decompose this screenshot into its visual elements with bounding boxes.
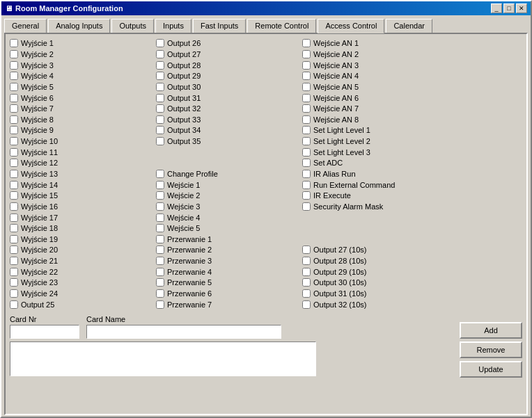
checkbox-wyjscie6[interactable] xyxy=(10,94,18,102)
checkbox-output30-10s[interactable] xyxy=(302,278,311,287)
checkbox-output32[interactable] xyxy=(156,104,164,113)
checkbox-wyjscie23[interactable] xyxy=(10,278,18,287)
checkbox-wejscie-an6[interactable] xyxy=(302,94,311,102)
checkbox-przerwanie2[interactable] xyxy=(156,246,164,254)
checkbox-przerwanie3[interactable] xyxy=(156,257,164,265)
checkbox-wyjscie21[interactable] xyxy=(10,257,18,265)
update-button[interactable]: Update xyxy=(460,361,522,378)
list-item: Set Light Level 2 xyxy=(302,136,462,147)
checkbox-run-external-command[interactable] xyxy=(302,181,311,189)
checkbox-wyjscie19[interactable] xyxy=(10,235,18,243)
checkbox-wejscie-an4[interactable] xyxy=(302,72,311,80)
checkbox-wejscie4[interactable] xyxy=(156,214,164,222)
checkbox-set-light-level3[interactable] xyxy=(302,148,311,156)
checkbox-wyjscie5[interactable] xyxy=(10,83,18,91)
tab-remote-control[interactable]: Remote Control xyxy=(247,19,316,33)
checkbox-wyjscie18[interactable] xyxy=(10,224,18,232)
checkbox-przerwanie1[interactable] xyxy=(156,235,164,243)
remove-button[interactable]: Remove xyxy=(460,341,522,358)
list-item: Set Light Level 3 xyxy=(302,147,462,157)
checkbox-wyjscie2[interactable] xyxy=(10,50,18,58)
checkbox-ir-execute[interactable] xyxy=(302,191,311,200)
checkbox-change-profile[interactable] xyxy=(156,170,164,178)
bottom-area: Card Nr Card Name Add Remove Update xyxy=(10,315,522,378)
checkbox-output33[interactable] xyxy=(156,115,164,124)
add-button[interactable]: Add xyxy=(460,322,522,339)
tab-general[interactable]: General xyxy=(4,19,47,33)
list-item: Output 35 xyxy=(156,136,302,147)
card-name-input[interactable] xyxy=(86,325,281,339)
checkbox-wejscie-an7[interactable] xyxy=(302,104,311,113)
list-item: Output 31 xyxy=(156,93,302,103)
checkbox-output27-10s[interactable] xyxy=(302,246,311,254)
card-nr-input[interactable] xyxy=(10,325,79,339)
list-item: Output 28 xyxy=(156,60,302,70)
checkbox-przerwanie4[interactable] xyxy=(156,268,164,276)
list-item: Wyjście 7 xyxy=(10,104,156,114)
checkbox-przerwanie6[interactable] xyxy=(156,289,164,298)
tab-inputs[interactable]: Inputs xyxy=(155,19,191,33)
checkbox-wejscie-an5[interactable] xyxy=(302,83,311,91)
checkbox-wyjscie12[interactable] xyxy=(10,159,18,167)
checkbox-wyjscie17[interactable] xyxy=(10,214,18,222)
checkbox-wejscie-an1[interactable] xyxy=(302,39,311,47)
tab-outputs[interactable]: Outputs xyxy=(111,19,154,33)
checkbox-wyjscie24[interactable] xyxy=(10,289,18,298)
checkbox-set-light-level2[interactable] xyxy=(302,137,311,145)
list-item: Output 27 (10s) xyxy=(302,245,462,255)
checkbox-wyjscie15[interactable] xyxy=(10,191,18,200)
checkbox-wyjscie10[interactable] xyxy=(10,137,18,145)
checkbox-ir-alias-run[interactable] xyxy=(302,170,311,178)
checkbox-output27[interactable] xyxy=(156,50,164,58)
checkbox-wyjscie16[interactable] xyxy=(10,202,18,211)
checkbox-output31[interactable] xyxy=(156,94,164,102)
checkbox-wyjscie20[interactable] xyxy=(10,246,18,254)
checkbox-set-light-level1[interactable] xyxy=(302,126,311,134)
checkbox-wyjscie3[interactable] xyxy=(10,61,18,70)
checkbox-wyjscie1[interactable] xyxy=(10,39,18,47)
checkbox-wyjscie8[interactable] xyxy=(10,115,18,124)
checkbox-wejscie-an3[interactable] xyxy=(302,61,311,70)
checkbox-output28[interactable] xyxy=(156,61,164,70)
checkbox-security-alarm-mask[interactable] xyxy=(302,202,311,211)
checkbox-wejscie1[interactable] xyxy=(156,181,164,189)
checkbox-output25[interactable] xyxy=(10,300,18,309)
list-item: Wejście AN 4 xyxy=(302,71,462,81)
minimize-button[interactable]: _ xyxy=(491,3,502,13)
tab-access-control[interactable]: Access Control xyxy=(318,19,384,33)
tab-analog-inputs[interactable]: Analog Inputs xyxy=(48,19,110,33)
spacer xyxy=(156,147,302,157)
checkbox-wyjscie13[interactable] xyxy=(10,170,18,178)
list-item: Wyjście 8 xyxy=(10,114,156,124)
checkbox-wejscie-an2[interactable] xyxy=(302,50,311,58)
checkbox-output29-10s[interactable] xyxy=(302,268,311,276)
checkbox-wejscie2[interactable] xyxy=(156,191,164,200)
checkbox-output26[interactable] xyxy=(156,39,164,47)
close-button[interactable]: ✕ xyxy=(516,3,527,13)
list-item: Output 29 xyxy=(156,71,302,81)
checkbox-przerwanie5[interactable] xyxy=(156,278,164,287)
maximize-button[interactable]: □ xyxy=(503,3,515,13)
checkbox-wyjscie4[interactable] xyxy=(10,72,18,80)
checkbox-output30[interactable] xyxy=(156,83,164,91)
checkbox-wejscie5[interactable] xyxy=(156,224,164,232)
checkbox-output28-10s[interactable] xyxy=(302,257,311,265)
card-list[interactable] xyxy=(10,341,316,376)
checkbox-output32-10s[interactable] xyxy=(302,300,311,309)
tab-calendar[interactable]: Calendar xyxy=(386,19,432,33)
checkbox-wyjscie22[interactable] xyxy=(10,268,18,276)
checkbox-wyjscie9[interactable] xyxy=(10,126,18,134)
card-name-group: Card Name xyxy=(86,315,281,339)
checkbox-output29[interactable] xyxy=(156,72,164,80)
checkbox-wyjscie11[interactable] xyxy=(10,148,18,156)
checkbox-przerwanie7[interactable] xyxy=(156,300,164,309)
tab-fast-inputs[interactable]: Fast Inputs xyxy=(193,19,246,33)
checkbox-wyjscie14[interactable] xyxy=(10,181,18,189)
checkbox-output35[interactable] xyxy=(156,137,164,145)
checkbox-set-adc[interactable] xyxy=(302,159,311,167)
checkbox-wyjscie7[interactable] xyxy=(10,104,18,113)
checkbox-output34[interactable] xyxy=(156,126,164,134)
checkbox-wejscie-an8[interactable] xyxy=(302,115,311,124)
checkbox-wejscie3[interactable] xyxy=(156,202,164,211)
checkbox-output31-10s[interactable] xyxy=(302,289,311,298)
